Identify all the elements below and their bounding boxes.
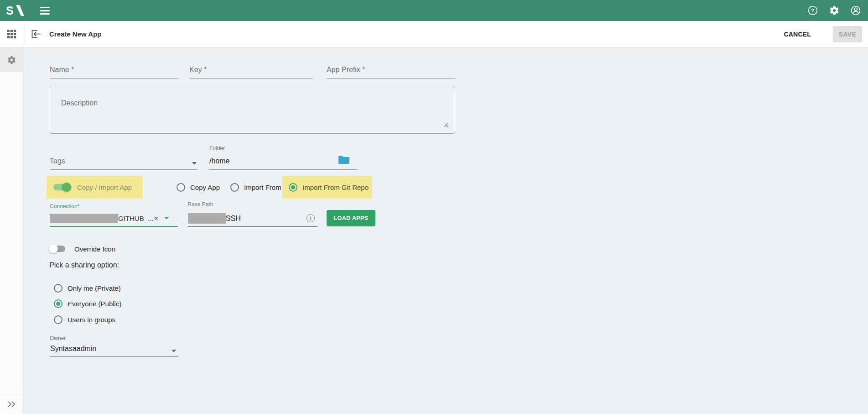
page-toolbar: Create New App CANCEL SAVE: [0, 21, 868, 47]
groups-radio[interactable]: [54, 315, 62, 324]
private-label[interactable]: Only me (Private): [68, 284, 121, 292]
back-icon[interactable]: [30, 28, 42, 40]
copy-import-toggle-row: Copy / Import App: [47, 176, 143, 199]
chevron-down-icon[interactable]: [192, 162, 197, 165]
toolbar-left-cell: [0, 21, 23, 47]
left-sidebar: [0, 47, 23, 414]
copy-app-label[interactable]: Copy App: [190, 183, 220, 191]
logo-swoosh: [16, 5, 24, 16]
override-icon-row: Override Icon: [50, 241, 115, 256]
connection-select[interactable]: GITHUB_... ×: [50, 210, 178, 227]
logo-letter: S: [6, 4, 14, 17]
key-input[interactable]: Key *: [189, 58, 313, 79]
app-prefix-placeholder: App Prefix *: [327, 66, 365, 78]
chevron-down-icon[interactable]: [172, 350, 176, 352]
owner-select[interactable]: Syntasaadmin: [50, 341, 178, 357]
sharing-option-private: Only me (Private): [54, 283, 121, 293]
info-icon[interactable]: i: [307, 214, 315, 222]
sharing-option-public: Everyone (Public): [54, 299, 121, 309]
settings-icon[interactable]: [829, 5, 840, 16]
resize-handle-icon[interactable]: [444, 123, 449, 128]
tags-select[interactable]: Tags: [50, 152, 198, 170]
owner-value: Syntasaadmin: [50, 345, 96, 353]
base-path-input[interactable]: SSH i: [188, 210, 317, 227]
folder-value: /home: [209, 157, 229, 165]
chevron-down-icon[interactable]: [164, 217, 169, 220]
app-header: S ?: [0, 0, 868, 21]
import-from-file-radio[interactable]: [230, 183, 239, 192]
override-icon-toggle[interactable]: [50, 244, 67, 253]
help-icon[interactable]: ?: [807, 5, 818, 16]
copy-import-toggle[interactable]: [53, 183, 70, 192]
tags-placeholder: Tags: [50, 157, 65, 169]
syntasa-logo[interactable]: S: [6, 4, 26, 17]
connection-value: GITHUB_...: [118, 215, 154, 222]
owner-label: Owner: [50, 335, 66, 341]
base-path-value: SSH: [226, 215, 241, 223]
folder-browse-icon[interactable]: [338, 157, 349, 164]
copy-import-label: Copy / Import App: [77, 183, 132, 191]
folder-field[interactable]: Folder /home: [209, 144, 357, 170]
override-icon-label: Override Icon: [74, 245, 115, 253]
create-app-form: Name * Key * App Prefix * Description Ta…: [23, 47, 868, 414]
cancel-button[interactable]: CANCEL: [784, 31, 811, 38]
copy-app-radio[interactable]: [177, 183, 185, 192]
base-path-label: Base Path: [188, 201, 213, 208]
import-from-git-label[interactable]: Import From Git Repo: [302, 183, 369, 191]
redacted-value: [50, 214, 118, 223]
public-radio[interactable]: [54, 299, 62, 308]
page-title: Create New App: [49, 30, 101, 38]
import-from-git-option: Import From Git Repo: [282, 176, 372, 199]
sidebar-item-settings[interactable]: [0, 47, 23, 72]
name-placeholder: Name *: [50, 66, 74, 78]
load-apps-button[interactable]: LOAD APPS: [327, 210, 375, 226]
account-icon[interactable]: [850, 5, 861, 16]
clear-icon[interactable]: ×: [154, 215, 159, 222]
groups-label[interactable]: Users in groups: [68, 316, 115, 324]
description-textarea[interactable]: Description: [50, 86, 455, 134]
save-button[interactable]: SAVE: [833, 26, 862, 42]
connection-label: Connection*: [50, 203, 79, 210]
app-prefix-input[interactable]: App Prefix *: [327, 58, 455, 79]
description-placeholder: Description: [61, 99, 98, 107]
gear-icon: [7, 55, 16, 65]
menu-icon[interactable]: [38, 5, 52, 16]
sharing-prompt: Pick a sharing option:: [49, 261, 119, 269]
sharing-option-groups: Users in groups: [54, 314, 115, 325]
folder-label: Folder: [209, 145, 225, 152]
import-from-git-radio[interactable]: [289, 183, 297, 192]
private-radio[interactable]: [54, 284, 62, 293]
copy-app-option: Copy App: [177, 176, 220, 199]
redacted-value: [188, 213, 226, 224]
svg-text:?: ?: [811, 8, 814, 13]
public-label[interactable]: Everyone (Public): [68, 300, 121, 308]
name-input[interactable]: Name *: [50, 58, 178, 79]
expand-sidebar-icon[interactable]: [0, 394, 23, 414]
apps-grid-icon[interactable]: [7, 30, 16, 38]
key-placeholder: Key *: [189, 66, 207, 78]
